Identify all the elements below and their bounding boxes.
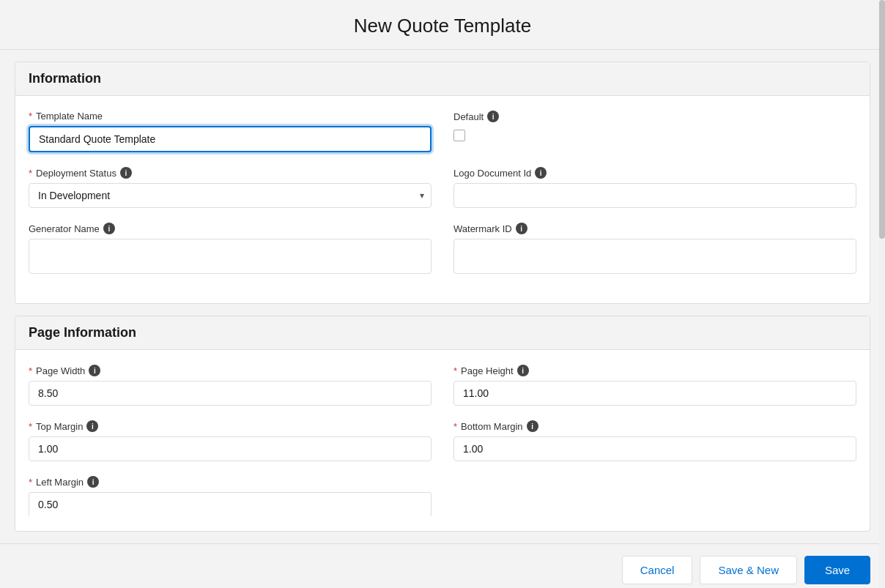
form-row-page-dimensions: * Page Width i * Page Height i <box>29 365 856 406</box>
generator-name-label: Generator Name i <box>29 223 432 234</box>
deployment-status-select-wrapper: In Development Active Inactive ▾ <box>29 183 432 208</box>
left-margin-input[interactable] <box>29 492 432 516</box>
form-row-margins-top-bottom: * Top Margin i * Bottom Margin i <box>29 420 856 461</box>
deployment-status-group: * Deployment Status i In Development Act… <box>29 167 432 208</box>
information-section-body: * Template Name Default i <box>15 96 870 303</box>
watermark-id-info-icon[interactable]: i <box>516 223 527 234</box>
generator-name-input[interactable] <box>29 239 432 274</box>
page-wrapper: New Quote Template Information * Templat… <box>0 0 885 588</box>
default-label: Default i <box>453 111 856 122</box>
default-info-icon[interactable]: i <box>487 111 499 122</box>
page-information-section-title: Page Information <box>29 325 136 340</box>
save-button[interactable]: Save <box>804 556 870 584</box>
top-margin-group: * Top Margin i <box>29 420 432 461</box>
generator-name-group: Generator Name i <box>29 223 432 274</box>
modal-footer: Cancel Save & New Save <box>0 543 885 588</box>
page-information-section: Page Information * Page Width i <box>15 316 870 532</box>
page-width-info-icon[interactable]: i <box>89 365 100 376</box>
page-height-required: * <box>453 365 457 376</box>
logo-document-id-input[interactable] <box>453 183 856 208</box>
page-width-input[interactable] <box>29 381 432 406</box>
page-height-label: * Page Height i <box>453 365 856 376</box>
top-margin-input[interactable] <box>29 436 432 461</box>
top-margin-required: * <box>29 421 32 432</box>
deployment-status-required: * <box>29 168 32 179</box>
watermark-id-input[interactable] <box>453 239 856 274</box>
right-margin-group <box>453 476 856 516</box>
template-name-group: * Template Name <box>29 111 432 152</box>
deployment-status-select[interactable]: In Development Active Inactive <box>29 183 432 208</box>
template-name-label: * Template Name <box>29 111 432 122</box>
template-name-input[interactable] <box>29 126 432 152</box>
logo-document-id-group: Logo Document Id i <box>453 167 856 208</box>
top-margin-label: * Top Margin i <box>29 420 432 432</box>
page-width-required: * <box>29 365 32 376</box>
modal-body: Information * Template Name <box>0 50 885 543</box>
default-checkbox[interactable] <box>453 130 465 141</box>
bottom-margin-group: * Bottom Margin i <box>453 420 856 461</box>
form-row-generator-watermark: Generator Name i Watermark ID i <box>29 223 856 274</box>
left-margin-group: * Left Margin i <box>29 476 432 516</box>
main-content: New Quote Template Information * Templat… <box>0 0 885 588</box>
watermark-id-group: Watermark ID i <box>453 223 856 274</box>
template-name-required: * <box>29 111 32 122</box>
default-checkbox-wrapper <box>453 130 856 141</box>
save-new-button[interactable]: Save & New <box>700 556 797 584</box>
form-row-template-default: * Template Name Default i <box>29 111 856 152</box>
bottom-margin-label: * Bottom Margin i <box>453 420 856 432</box>
page-width-group: * Page Width i <box>29 365 432 406</box>
top-margin-info-icon[interactable]: i <box>86 420 98 432</box>
deployment-status-label: * Deployment Status i <box>29 167 432 179</box>
page-information-section-body: * Page Width i * Page Height i <box>15 350 870 531</box>
form-row-left-margin: * Left Margin i <box>29 476 856 516</box>
information-section: Information * Template Name <box>15 62 870 304</box>
information-section-header: Information <box>15 62 870 96</box>
page-information-section-header: Page Information <box>15 316 870 350</box>
left-margin-label: * Left Margin i <box>29 476 432 488</box>
left-margin-info-icon[interactable]: i <box>87 476 99 488</box>
page-height-group: * Page Height i <box>453 365 856 406</box>
deployment-status-info-icon[interactable]: i <box>120 167 132 179</box>
bottom-margin-required: * <box>453 421 457 432</box>
bottom-margin-input[interactable] <box>453 436 856 461</box>
modal-header: New Quote Template <box>0 0 885 50</box>
bottom-margin-info-icon[interactable]: i <box>527 420 538 432</box>
form-row-deployment-logo: * Deployment Status i In Development Act… <box>29 167 856 208</box>
cancel-button[interactable]: Cancel <box>622 556 693 584</box>
page-title: New Quote Template <box>22 15 863 37</box>
logo-document-id-info-icon[interactable]: i <box>535 167 547 179</box>
generator-name-info-icon[interactable]: i <box>103 223 115 234</box>
left-margin-required: * <box>29 477 32 488</box>
scrollbar-track <box>879 0 885 588</box>
page-height-input[interactable] <box>453 381 856 406</box>
page-height-info-icon[interactable]: i <box>517 365 529 376</box>
scrollbar-thumb[interactable] <box>879 0 885 239</box>
default-group: Default i <box>453 111 856 152</box>
page-width-label: * Page Width i <box>29 365 432 376</box>
information-section-title: Information <box>29 71 101 86</box>
logo-document-id-label: Logo Document Id i <box>453 167 856 179</box>
watermark-id-label: Watermark ID i <box>453 223 856 234</box>
